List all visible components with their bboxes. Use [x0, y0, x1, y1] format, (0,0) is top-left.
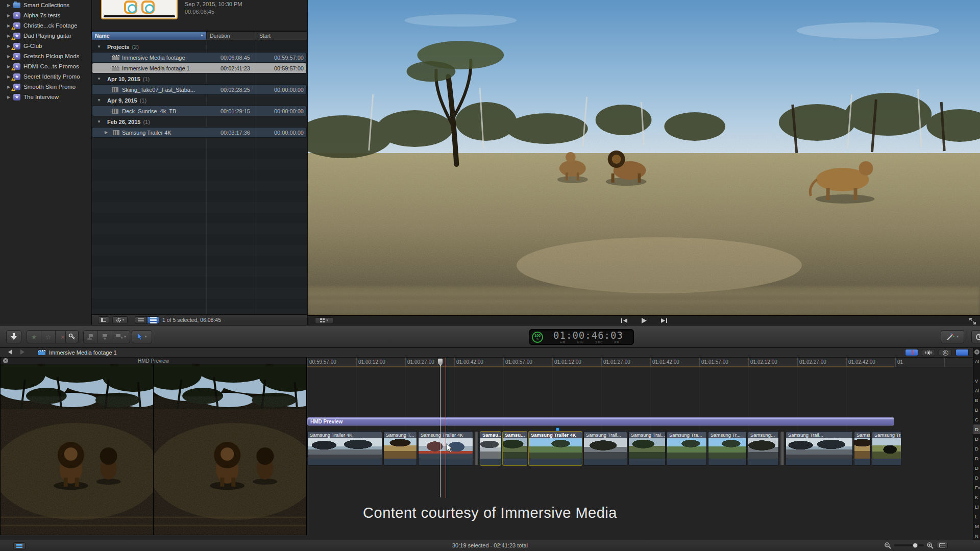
skimming-toggle[interactable]	[905, 349, 918, 356]
timeline-forward-button[interactable]	[20, 349, 24, 355]
filter-gear-button[interactable]	[112, 316, 128, 324]
solo-toggle[interactable]	[955, 349, 969, 356]
right-panel-item[interactable]: B	[973, 405, 980, 415]
audio-skimming-toggle[interactable]	[922, 349, 935, 356]
sidebar-item[interactable]: ▶ Smart Collections	[0, 0, 91, 10]
disclosure-triangle-icon[interactable]: ▼	[97, 119, 101, 124]
timeline-clip[interactable]: Samsung Tr...	[708, 431, 747, 466]
disclosure-triangle-icon[interactable]: ▶	[7, 13, 13, 18]
timeline-clip[interactable]: Samsung Trail...	[786, 431, 853, 466]
browser-group-row[interactable]: ▼ Apr 9, 2015 (1)	[92, 95, 307, 106]
right-panel-item[interactable]: Al	[973, 386, 980, 395]
keyword-editor-button[interactable]	[65, 330, 79, 343]
close-icon[interactable]: ×	[974, 349, 979, 355]
timeline-back-button[interactable]	[8, 349, 12, 355]
right-panel-item[interactable]: V	[973, 376, 980, 386]
right-panel-item[interactable]: Al	[973, 357, 980, 366]
unrate-button[interactable]: ☆	[41, 331, 56, 343]
next-frame-button[interactable]	[658, 317, 669, 324]
timeline-clip[interactable]: Samsung Trai...	[628, 431, 666, 466]
sidebar-item[interactable]: ▶ Alpha 7s tests	[0, 10, 91, 20]
connect-edit-button[interactable]	[84, 331, 98, 343]
clip-marker[interactable]	[556, 428, 559, 431]
browser-clip-row[interactable]: ▶ Samsung Trailer 4K 00:03:17:36 00:00:0…	[92, 127, 307, 138]
right-panel-item[interactable]: Fx	[973, 483, 980, 492]
viewer-options-button[interactable]	[315, 317, 333, 324]
disclosure-triangle-icon[interactable]: ▶	[7, 3, 13, 8]
enhancements-button[interactable]: ▾	[941, 330, 964, 343]
select-tool-button[interactable]: ▾	[132, 330, 152, 343]
right-panel-item[interactable]: D	[973, 454, 980, 463]
browser-clip-row[interactable]: ▶ Immersive Media footage 00:06:08:45 00…	[92, 52, 307, 63]
zoom-in-icon[interactable]	[927, 542, 934, 549]
append-edit-button[interactable]: ▾	[112, 331, 130, 343]
sidebar-item[interactable]: ▶ Christie...ck Footage	[0, 20, 91, 31]
sidebar-item[interactable]: ▶ Smooth Skin Promo	[0, 82, 91, 92]
timeline-clip[interactable]: Samsu...	[480, 431, 501, 466]
disclosure-triangle-icon[interactable]: ▼	[97, 77, 101, 81]
gap-clip[interactable]	[474, 431, 479, 466]
right-panel-item[interactable]: B	[973, 395, 980, 405]
zoom-slider[interactable]	[894, 544, 924, 546]
sidebar-item[interactable]: ▶ The Interview	[0, 92, 91, 102]
timeline-clip[interactable]: Samsung Tra...	[667, 431, 707, 466]
clip-appearance-button[interactable]	[937, 542, 948, 549]
disclosure-triangle-icon[interactable]: ▼	[97, 44, 101, 49]
disclosure-triangle-icon[interactable]: ▶	[105, 130, 108, 135]
column-header-name[interactable]: Name	[92, 32, 206, 40]
sidebar-item[interactable]: ▶ Gretsch Pickup Mods	[0, 51, 91, 61]
retime-button[interactable]	[971, 330, 980, 343]
timeline-clip[interactable]: Samsung Trailer 4K	[307, 431, 382, 466]
right-panel-item[interactable]	[973, 366, 980, 376]
disclosure-triangle-icon[interactable]: ▶	[7, 95, 13, 99]
timecode-display[interactable]: 100 01:00:46:03 HR MIN SEC FR	[529, 329, 634, 345]
selected-clip-thumbnail[interactable]	[101, 0, 178, 19]
timeline-clip[interactable]: Samsung T...	[383, 431, 417, 466]
timeline-clip[interactable]: Samsu...	[854, 431, 871, 466]
column-header-duration[interactable]: Duration	[206, 32, 254, 40]
timeline-clip[interactable]: Samsu...	[502, 431, 527, 466]
zoom-slider-thumb[interactable]	[913, 543, 918, 548]
play-button[interactable]	[639, 317, 650, 324]
browser-clip-row[interactable]: ▶ Immersive Media footage 1 00:02:41:23 …	[92, 63, 307, 73]
sidebar-item[interactable]: ▶ Dad Playing guitar	[0, 31, 91, 41]
right-panel-item[interactable]: D	[973, 473, 980, 483]
selection-status-text: 30:19 selected - 02:41:23 total	[0, 542, 980, 548]
title-clip-hmd-preview[interactable]: HMD Preview	[307, 417, 894, 425]
right-panel-item[interactable]: M	[973, 521, 980, 531]
timeline-clip[interactable]: Samsung Trail...	[583, 431, 627, 466]
snapping-toggle[interactable]: S	[939, 349, 952, 356]
sidebar-item[interactable]: ▶ G-Club	[0, 41, 91, 51]
right-panel-item[interactable]: Li	[973, 502, 980, 512]
right-panel-item[interactable]: L	[973, 512, 980, 521]
favorite-button[interactable]: ★	[27, 331, 41, 343]
clip-duration-value: 00:01:29:15	[220, 108, 250, 114]
right-panel-item[interactable]: N	[973, 531, 980, 540]
browser-group-row[interactable]: ▼ Feb 26, 2015 (1)	[92, 116, 307, 127]
right-panel-item[interactable]: D	[973, 463, 980, 473]
sidebar-item[interactable]: ▶ Secret Identity Promo	[0, 71, 91, 82]
browser-group-row[interactable]: ▼ Projects (2)	[92, 41, 307, 52]
right-panel-item[interactable]: D	[973, 424, 980, 434]
insert-edit-button[interactable]	[98, 331, 112, 343]
gap-clip[interactable]	[780, 431, 785, 466]
zoom-out-icon[interactable]	[885, 542, 891, 549]
disclosure-triangle-icon[interactable]: ▼	[97, 98, 101, 103]
right-panel-item[interactable]: C	[973, 415, 980, 424]
previous-frame-button[interactable]	[619, 317, 630, 324]
browser-group-row[interactable]: ▼ Apr 10, 2015 (1)	[92, 73, 307, 84]
column-header-start[interactable]: Start	[254, 32, 307, 40]
right-panel-item[interactable]: D	[973, 434, 980, 444]
right-panel-item[interactable]: K	[973, 492, 980, 502]
right-panel-item[interactable]: D	[973, 444, 980, 454]
sidebar-item[interactable]: ▶ HDMI Co...ts Promos	[0, 61, 91, 71]
timeline-clip[interactable]: Samsung Trailer 4K	[528, 431, 582, 466]
hmd-titlebar[interactable]: × HMD Preview	[1, 358, 306, 364]
hide-sidebar-button[interactable]	[98, 316, 109, 324]
timeline-clip[interactable]: Samsung...	[748, 431, 779, 466]
timeline-clip[interactable]: Samsung Trail...	[872, 431, 901, 466]
close-icon[interactable]: ×	[3, 358, 8, 363]
import-media-button[interactable]	[6, 330, 21, 343]
browser-clip-row[interactable]: ▶ Deck_Sunrise_4k_TB 00:01:29:15 00:00:0…	[92, 106, 307, 116]
browser-clip-row[interactable]: ▶ Skiing_Take07_Fast_Staba... 00:02:28:2…	[92, 84, 307, 95]
